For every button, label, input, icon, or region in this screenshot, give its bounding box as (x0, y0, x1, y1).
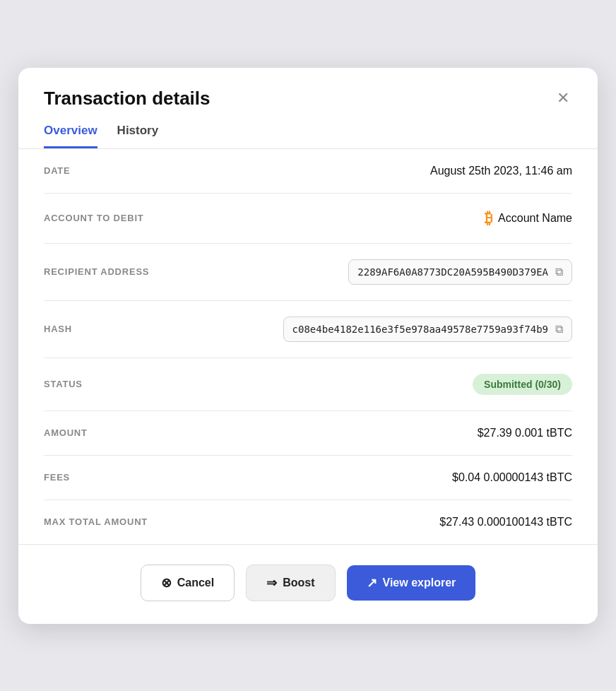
copy-recipient-icon[interactable]: ⧉ (555, 266, 563, 278)
cancel-label: Cancel (177, 577, 214, 589)
value-fees: $0.04 0.00000143 tBTC (452, 471, 572, 484)
recipient-address-box: 2289AF6A0A8773DC20A595B490D379EA ⧉ (348, 259, 572, 285)
copy-hash-icon[interactable]: ⧉ (555, 323, 563, 336)
label-amount: AMOUNT (44, 427, 88, 438)
status-badge: Submitted (0/30) (473, 374, 572, 395)
value-date: August 25th 2023, 11:46 am (430, 165, 572, 177)
cancel-icon: ⊗ (161, 575, 172, 591)
view-explorer-button[interactable]: ↗ View explorer (347, 565, 476, 601)
label-date: DATE (44, 165, 71, 176)
recipient-address-text: 2289AF6A0A8773DC20A595B490D379EA (357, 266, 548, 278)
explorer-label: View explorer (383, 577, 456, 589)
account-name: Account Name (498, 212, 572, 225)
value-max-total: $27.43 0.000100143 tBTC (439, 516, 572, 528)
label-status: STATUS (44, 379, 83, 389)
boost-icon: ⇒ (266, 575, 277, 591)
row-recipient: RECIPIENT ADDRESS 2289AF6A0A8773DC20A595… (44, 244, 572, 301)
boost-button[interactable]: ⇒ Boost (246, 565, 335, 601)
label-max-total: MAX TOTAL AMOUNT (44, 516, 148, 527)
row-date: DATE August 25th 2023, 11:46 am (44, 149, 572, 194)
close-button[interactable]: ✕ (554, 88, 572, 109)
tab-history[interactable]: History (117, 124, 159, 148)
modal-header: Transaction details ✕ (18, 68, 598, 110)
label-recipient: RECIPIENT ADDRESS (44, 266, 149, 277)
tab-overview[interactable]: Overview (44, 124, 97, 148)
label-account: ACCOUNT TO DEBIT (44, 213, 144, 223)
transaction-details-modal: Transaction details ✕ Overview History D… (18, 68, 598, 624)
row-fees: FEES $0.04 0.00000143 tBTC (44, 456, 572, 500)
modal-title: Transaction details (44, 88, 211, 110)
cancel-button[interactable]: ⊗ Cancel (141, 565, 235, 601)
label-hash: HASH (44, 324, 72, 334)
bitcoin-icon: ₿ (485, 209, 492, 228)
hash-address-box: c08e4be4182e116e3f5e978aa49578e7759a93f7… (283, 317, 572, 342)
value-account: ₿ Account Name (485, 209, 572, 228)
content-area: DATE August 25th 2023, 11:46 am ACCOUNT … (18, 149, 598, 544)
row-max-total: MAX TOTAL AMOUNT $27.43 0.000100143 tBTC (44, 500, 572, 544)
row-status: STATUS Submitted (0/30) (44, 358, 572, 411)
modal-footer: ⊗ Cancel ⇒ Boost ↗ View explorer (18, 544, 598, 624)
explorer-icon: ↗ (367, 575, 377, 591)
row-account: ACCOUNT TO DEBIT ₿ Account Name (44, 194, 572, 244)
hash-value-text: c08e4be4182e116e3f5e978aa49578e7759a93f7… (292, 324, 548, 335)
row-hash: HASH c08e4be4182e116e3f5e978aa49578e7759… (44, 301, 572, 358)
value-amount: $27.39 0.001 tBTC (478, 427, 572, 439)
tabs-container: Overview History (18, 110, 598, 149)
row-amount: AMOUNT $27.39 0.001 tBTC (44, 411, 572, 456)
label-fees: FEES (44, 472, 70, 483)
boost-label: Boost (283, 577, 314, 589)
